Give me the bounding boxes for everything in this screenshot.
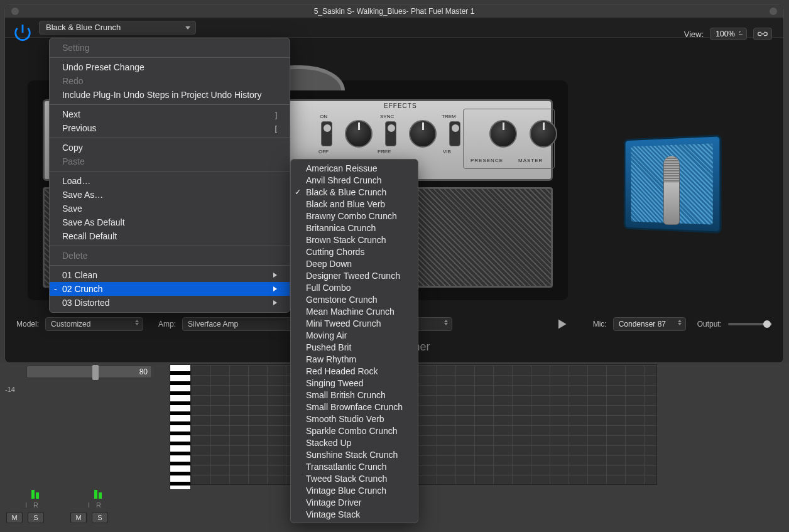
preset-item[interactable]: Vintage Driver [291,496,418,508]
preset-item[interactable]: American Reissue [291,162,418,174]
preset-item-label: Gemstone Crunch [306,295,378,305]
menu-category-crunch[interactable]: -02 Crunch [50,282,290,296]
solo-button-1[interactable]: S [28,512,44,523]
menu-next[interactable]: Next] [50,107,290,121]
preset-item[interactable]: Designer Tweed Crunch [291,269,418,281]
master-knob[interactable] [530,120,557,148]
preset-item[interactable]: Full Combo [291,281,418,293]
mute-solo-row-1: M S [6,512,44,523]
preset-item-label: Moving Air [306,330,347,340]
preset-item[interactable]: Vintage Blue Crunch [291,484,418,496]
preset-item[interactable]: Red Headed Rock [291,365,418,377]
mic-select[interactable]: Condenser 87 [613,317,686,331]
piano-grid[interactable] [191,364,657,485]
chevron-right-icon [273,286,277,291]
menu-save[interactable]: Save [50,202,290,215]
menu-copy[interactable]: Copy [50,141,290,155]
preset-item-label: Britannica Crunch [306,223,376,233]
menu-load[interactable]: Load… [50,174,290,188]
menu-delete: Delete [50,249,290,263]
preset-item-label: Deep Down [306,259,352,269]
preset-item[interactable]: Anvil Shred Crunch [291,174,418,186]
close-window-icon[interactable] [11,8,19,15]
preset-item-label: Anvil Shred Crunch [306,175,382,185]
solo-button-2[interactable]: S [92,512,108,523]
preset-item[interactable]: Raw Rhythm [291,353,418,365]
preset-item[interactable]: Mini Tweed Crunch [291,317,418,329]
level-meter-1 [31,484,50,499]
link-icon[interactable] [753,28,772,40]
model-select[interactable]: Customized [45,317,143,331]
trem-vib-switch[interactable] [449,121,460,146]
preset-item[interactable]: Stacked Up [291,437,418,448]
input-routing-2: IR [88,501,101,509]
preset-item-label: Vintage Driver [306,497,361,508]
preset-item[interactable]: ✓Black & Blue Crunch [291,186,418,198]
preset-item[interactable]: Small British Crunch [291,389,418,401]
preset-item[interactable]: Sunshine Stack Crunch [291,448,418,460]
off-label: OFF [318,149,329,155]
window-button-right[interactable] [770,8,777,15]
menu-previous[interactable]: Previous[ [50,121,290,135]
fader-value: 80 [139,367,148,376]
sync-free-switch[interactable] [385,121,396,146]
preset-item[interactable]: Cutting Chords [291,246,418,258]
preset-item[interactable]: Moving Air [291,329,418,341]
preset-item[interactable]: Sparkle Combo Crunch [291,425,418,437]
check-icon: ✓ [295,188,301,197]
menu-category-distorted[interactable]: 03 Distorted [50,296,290,310]
menu-separator [50,246,290,246]
menu-recall-default[interactable]: Recall Default [50,229,290,243]
output-slider[interactable] [728,323,772,325]
preset-item[interactable]: Transatlantic Crunch [291,460,418,472]
menu-include-undo[interactable]: Include Plug-In Undo Steps in Project Un… [50,88,290,102]
fader-handle[interactable] [92,365,99,380]
power-icon[interactable] [11,21,34,44]
preset-item[interactable]: Britannica Crunch [291,222,418,234]
microphone[interactable] [663,156,680,225]
window-titlebar[interactable]: 5_Saskin S- Walking_Blues- Phat Fuel Mas… [5,5,783,18]
preset-item[interactable]: Brown Stack Crunch [291,234,418,246]
effects-on-off-switch[interactable] [321,121,332,146]
preset-item-label: Pushed Brit [306,342,351,352]
mute-button-2[interactable]: M [70,512,87,523]
preset-item-label: Transatlantic Crunch [306,462,387,472]
vib-label: VIB [443,149,451,155]
velocity-fader[interactable]: 80 [26,366,152,378]
preset-item[interactable]: Deep Down [291,258,418,269]
preset-item-label: Sunshine Stack Crunch [306,450,398,460]
menu-category-clean[interactable]: 01 Clean [50,268,290,282]
preset-item[interactable]: Gemstone Crunch [291,293,418,305]
mute-button-1[interactable]: M [6,512,23,523]
menu-save-as[interactable]: Save As… [50,188,290,202]
preset-item-label: Brawny Combo Crunch [306,211,397,221]
presence-knob[interactable] [489,120,517,148]
preset-item-label: Full Combo [306,283,351,293]
preset-item[interactable]: Mean Machine Crunch [291,305,418,317]
level-meter-2 [94,484,113,499]
zoom-select[interactable]: 100% [710,28,747,40]
preset-item[interactable]: Tweed Stack Crunch [291,472,418,484]
preset-item[interactable]: Vintage Stack [291,508,418,520]
trem-label: TREM [442,114,456,119]
menu-separator [50,57,290,58]
preset-item[interactable]: Smooth Studio Verb [291,413,418,425]
piano-keys[interactable] [170,364,191,490]
menu-save-default[interactable]: Save As Default [50,215,290,229]
preset-item[interactable]: Brawny Combo Crunch [291,210,418,222]
preset-item[interactable]: Small Brownface Crunch [291,401,418,413]
rate-knob[interactable] [345,120,373,148]
view-controls: View: 100% [684,28,772,40]
play-icon[interactable] [555,318,568,330]
preset-context-menu: Setting Undo Preset Change Redo Include … [49,38,290,313]
sync-label: SYNC [380,114,394,119]
preset-item-label: Brown Stack Crunch [306,235,386,245]
menu-separator [50,171,290,171]
preset-item[interactable]: Singing Tweed [291,377,418,389]
depth-knob[interactable] [409,120,437,148]
preset-item[interactable]: Black and Blue Verb [291,198,418,210]
preset-item[interactable]: Pushed Brit [291,341,418,353]
menu-undo-preset[interactable]: Undo Preset Change [50,60,290,74]
preset-dropdown[interactable]: Black & Blue Crunch [39,21,196,35]
preset-item-label: Red Headed Rock [306,366,378,376]
